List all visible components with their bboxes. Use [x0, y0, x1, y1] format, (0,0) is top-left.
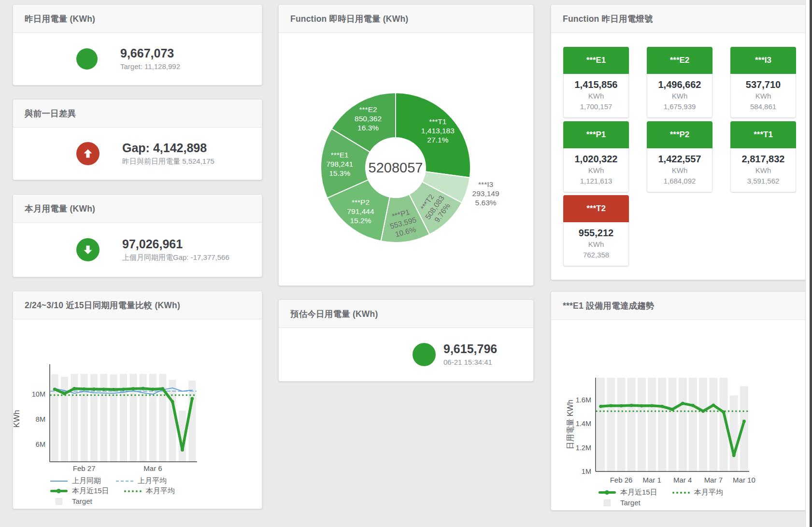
tile-header: ***T1 — [730, 121, 796, 148]
arrow-up-icon — [82, 148, 94, 159]
legend-row: Target — [598, 498, 806, 508]
tile-unit: KWh — [564, 165, 628, 176]
legend-item-target[interactable]: Target — [50, 497, 92, 505]
tile-header: ***P1 — [563, 121, 629, 148]
card-title: Function 昨日用電燈號 — [563, 13, 653, 25]
line-dashed-blue-icon — [115, 481, 134, 482]
card-e1-trend: ***E1 設備用電達成趨勢 1M1.2M1.4M1.6MFeb 26Mar 1… — [551, 291, 806, 511]
tile-value: 955,212 — [564, 227, 628, 239]
svg-text:***T1: ***T1 — [429, 117, 446, 126]
svg-text:***I3: ***I3 — [478, 180, 493, 188]
tile-unit: KWh — [731, 165, 796, 176]
svg-text:293,149: 293,149 — [472, 189, 499, 198]
card-realtime-usage: Function 即時日用電量 (KWh) ***T11,413,18327.1… — [278, 4, 534, 286]
svg-text:***E2: ***E2 — [359, 105, 377, 114]
legend-item-this-month-avg[interactable]: 本月平均 — [124, 486, 175, 496]
svg-text:6M: 6M — [36, 441, 45, 448]
line-solid-blue-icon — [50, 481, 68, 482]
svg-text:15.2%: 15.2% — [350, 216, 371, 225]
tile-value: 537,710 — [731, 78, 796, 91]
gray-square-icon — [598, 499, 616, 506]
tile-value: 2,817,832 — [731, 153, 796, 165]
realtime-donut-chart[interactable]: ***T11,413,18327.1%***I3293,1495.63%***T… — [279, 33, 532, 284]
svg-text:1,413,183: 1,413,183 — [421, 127, 455, 135]
legend-item-this-month-avg[interactable]: 本月平均 — [672, 488, 723, 497]
tile-target: 1,675,939 — [647, 101, 712, 112]
svg-text:8M: 8M — [36, 415, 45, 423]
legend-row: 本月近15日 本月平均 — [598, 487, 806, 498]
tile-target: 762,358 — [564, 250, 628, 260]
tile-header: ***P2 — [647, 121, 712, 148]
scrollbar-thumb[interactable] — [810, 0, 812, 527]
tile-body: 2,817,832KWh3,591,562 — [730, 148, 796, 192]
svg-text:16.3%: 16.3% — [357, 124, 379, 132]
card-realtime-usage-header: Function 即時日用電量 (KWh) — [279, 5, 533, 33]
tile-target: 1,684,092 — [647, 176, 712, 186]
light-tile-E1: ***E11,415,856KWh1,700,157 — [563, 47, 629, 118]
card-day-gap: 與前一日差異 Gap: 4,142,898 昨日與前日用電量 5,524,175 — [13, 99, 262, 180]
tile-header: ***E2 — [647, 47, 712, 74]
arrow-down-icon — [82, 244, 94, 256]
today-estimate-value: 9,615,796 — [443, 342, 497, 356]
svg-text:Mar 7: Mar 7 — [704, 476, 723, 484]
gray-square-icon — [50, 498, 68, 505]
tile-body: 1,496,662KWh1,675,939 — [647, 74, 712, 118]
svg-text:15.3%: 15.3% — [329, 169, 350, 177]
card-yesterday-lights: Function 昨日用電燈號 ***E11,415,856KWh1,700,1… — [551, 4, 806, 280]
tile-body: 537,710KWh584,861 — [730, 74, 796, 118]
svg-text:***E1: ***E1 — [331, 151, 349, 159]
card-yesterday-usage-header: 昨日用電量 (KWh) — [13, 5, 262, 33]
legend-item-this-month-line[interactable]: 本月近15日 — [50, 486, 109, 496]
tile-value: 1,422,557 — [647, 153, 712, 165]
legend-row: 本月近15日 本月平均 — [50, 486, 262, 496]
svg-text:Mar 10: Mar 10 — [733, 476, 755, 484]
tile-header: ***E1 — [563, 47, 629, 74]
card-e1-trend-header: ***E1 設備用電達成趨勢 — [551, 292, 806, 320]
svg-text:1.2M: 1.2M — [576, 444, 591, 452]
tile-target: 584,861 — [731, 101, 796, 112]
day-gap-subtitle: 昨日與前日用電量 5,524,175 — [122, 156, 214, 166]
card-yesterday-usage: 昨日用電量 (KWh) 9,667,073 Target: 11,128,992 — [13, 4, 262, 85]
card-15day-compare: 2/24~3/10 近15日同期用電量比較 (KWh) 6M8M10MFeb 2… — [13, 291, 262, 509]
month-usage-kpi: 97,026,961 上個月同期用電Gap: -17,377,566 — [13, 223, 262, 276]
svg-text:791,444: 791,444 — [347, 207, 374, 215]
tile-unit: KWh — [564, 91, 628, 101]
yesterday-usage-target: Target: 11,128,992 — [120, 61, 180, 71]
svg-text:5208057: 5208057 — [369, 160, 423, 175]
day-gap-value: Gap: 4,142,898 — [122, 141, 214, 155]
tile-unit: KWh — [647, 91, 712, 101]
legend-item-target[interactable]: Target — [598, 499, 641, 507]
tile-target: 1,121,613 — [564, 176, 628, 186]
compare-chart[interactable]: 6M8M10MFeb 27Mar 6KWh — [13, 319, 261, 475]
svg-text:1M: 1M — [582, 468, 591, 475]
light-tile-T1: ***T12,817,832KWh3,591,562 — [730, 121, 796, 192]
line-thick-green-icon — [50, 490, 68, 492]
legend-row: Target — [50, 496, 262, 506]
legend-item-this-month-line[interactable]: 本月近15日 — [598, 488, 657, 497]
svg-text:27.1%: 27.1% — [427, 136, 448, 144]
tile-header: ***I3 — [730, 47, 796, 74]
card-yesterday-lights-header: Function 昨日用電燈號 — [551, 5, 806, 33]
e1-trend-legend: 本月近15日 本月平均 Target — [551, 487, 806, 508]
card-title: 昨日用電量 (KWh) — [25, 13, 95, 25]
line-dotted-green-icon — [672, 492, 690, 494]
svg-text:Mar 6: Mar 6 — [143, 464, 162, 472]
card-month-usage: 本月用電量 (KWh) 97,026,961 上個月同期用電Gap: -17,3… — [13, 194, 262, 277]
svg-text:Mar 1: Mar 1 — [642, 476, 661, 484]
svg-text:5.63%: 5.63% — [475, 199, 497, 207]
legend-item-last-month-avg[interactable]: 上月平均 — [115, 476, 167, 485]
svg-text:***P2: ***P2 — [352, 198, 370, 206]
card-month-usage-header: 本月用電量 (KWh) — [13, 195, 262, 223]
line-thick-green-icon — [598, 491, 616, 494]
e1-trend-chart[interactable]: 1M1.2M1.4M1.6MFeb 26Mar 1Mar 4Mar 7Mar 1… — [551, 320, 805, 486]
day-gap-kpi: Gap: 4,142,898 昨日與前日用電量 5,524,175 — [13, 128, 262, 179]
compare-chart-legend: 上月同期 上月平均 本月近15日 本月平均 Target — [13, 476, 262, 506]
svg-text:KWh: KWh — [13, 410, 21, 428]
status-green-circle-icon — [413, 343, 436, 366]
tile-body: 1,020,322KWh1,121,613 — [563, 148, 629, 192]
card-today-estimate-header: 預估今日用電量 (KWh) — [279, 300, 533, 328]
tile-unit: KWh — [731, 91, 796, 101]
legend-item-last-month-line[interactable]: 上月同期 — [50, 476, 101, 485]
line-dotted-green-icon — [124, 490, 142, 492]
light-tile-T2: ***T2955,212KWh762,358 — [563, 195, 629, 266]
